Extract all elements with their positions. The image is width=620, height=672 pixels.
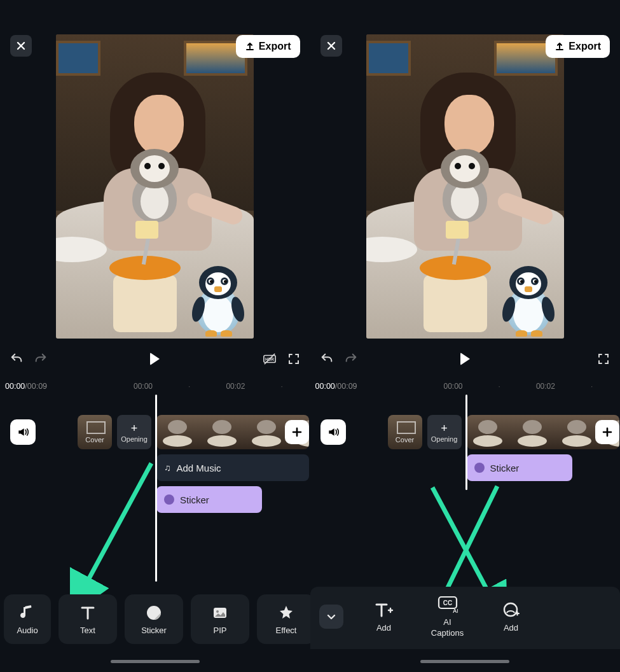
ruler-dot: · <box>591 382 593 391</box>
export-button[interactable]: Export <box>236 35 300 58</box>
fullscreen-button[interactable] <box>286 351 301 367</box>
hdr-off-icon: HDR <box>263 353 277 365</box>
text-add-icon <box>375 601 394 619</box>
video-preview[interactable] <box>366 34 564 339</box>
add-music-label: Add Music <box>177 463 221 473</box>
penguin-sticker[interactable] <box>189 266 247 335</box>
ruler-dot: · <box>188 382 190 391</box>
play-icon <box>460 353 470 365</box>
penguin-sticker[interactable] <box>499 266 558 335</box>
plus-icon: + <box>131 422 138 435</box>
pip-tool-icon <box>211 604 229 622</box>
close-button[interactable] <box>320 35 342 57</box>
time-current: 00:00 <box>315 382 335 391</box>
tool-text[interactable]: Text <box>59 594 117 644</box>
mute-button[interactable] <box>10 419 36 445</box>
redo-button[interactable] <box>343 351 359 367</box>
tool-audio[interactable]: Audio <box>4 594 51 644</box>
shape-add-icon <box>502 601 520 619</box>
opening-tile[interactable]: + Opening <box>427 415 462 449</box>
ruler-tick: 00:00 <box>134 382 153 391</box>
play-button[interactable] <box>457 351 472 367</box>
redo-button[interactable] <box>33 351 48 367</box>
video-preview[interactable] <box>56 34 254 339</box>
sticker-track-label: Sticker <box>180 494 209 505</box>
timeline-ruler[interactable]: 00:00 · 00:02 · 00:04 <box>371 382 621 391</box>
ruler-dot: · <box>499 382 500 391</box>
undo-icon <box>10 352 24 366</box>
timeline-ruler[interactable]: 00:00 · 00:02 · 00:04 <box>61 382 310 391</box>
svg-text:AI: AI <box>453 608 458 613</box>
tool-label-line1: AI <box>443 617 451 627</box>
plus-icon <box>602 426 613 438</box>
cover-tile[interactable]: Cover <box>78 415 112 449</box>
tool-add-shape[interactable]: Add <box>488 601 534 633</box>
fullscreen-icon <box>597 353 610 365</box>
topbar: Export <box>310 35 621 58</box>
play-button[interactable] <box>148 351 163 367</box>
svg-line-9 <box>440 486 497 603</box>
opening-tile[interactable]: + Opening <box>117 415 151 449</box>
upload-icon <box>245 41 255 52</box>
ruler-tick: 00:00 <box>444 382 463 391</box>
svg-point-7 <box>216 610 219 613</box>
text-tool-icon <box>79 604 97 622</box>
home-indicator <box>420 660 509 663</box>
music-note-icon: ♫ <box>164 463 171 473</box>
svg-line-8 <box>432 487 491 597</box>
undo-icon <box>320 352 334 366</box>
topbar: Export <box>0 35 310 58</box>
tool-label-line2: Captions <box>431 628 464 638</box>
svg-point-13 <box>504 603 517 616</box>
redo-icon <box>34 352 48 366</box>
tool-label: Text <box>80 626 95 635</box>
sticker-track[interactable]: Sticker <box>156 486 262 513</box>
time-total: 00:09 <box>27 382 47 391</box>
playhead[interactable] <box>465 395 467 490</box>
ruler-tick: 00:02 <box>226 382 245 391</box>
clip-strip[interactable] <box>156 415 309 449</box>
collapse-button[interactable] <box>319 605 343 629</box>
ruler-dot: · <box>280 382 282 391</box>
tool-label: PIP <box>214 626 227 635</box>
chevron-down-icon <box>326 611 337 622</box>
play-icon <box>150 353 160 365</box>
svg-rect-4 <box>25 605 32 608</box>
close-button[interactable] <box>10 35 32 57</box>
tool-label: Effect <box>275 626 296 635</box>
clip-strip[interactable] <box>467 415 619 449</box>
export-label: Export <box>568 41 601 52</box>
tool-label: Audio <box>17 626 38 635</box>
tool-pip[interactable]: PIP <box>191 594 249 644</box>
hdr-toggle-button[interactable]: HDR <box>262 351 277 367</box>
tool-sticker[interactable]: Sticker <box>125 594 183 644</box>
tool-tray: Audio Text Sticker PIP Effect <box>0 594 310 644</box>
add-clip-button[interactable] <box>595 420 619 444</box>
cc-ai-icon: CCAI <box>437 596 458 613</box>
playback-controls: HDR <box>0 346 310 372</box>
undo-button[interactable] <box>319 351 334 367</box>
sticker-tool-icon <box>145 604 163 622</box>
fullscreen-button[interactable] <box>596 351 611 367</box>
home-indicator <box>111 660 200 663</box>
tool-effect[interactable]: Effect <box>257 594 315 644</box>
upload-icon <box>555 41 565 52</box>
tool-ai-captions[interactable]: CCAI AI Captions <box>425 596 471 638</box>
editor-panel-left: Export <box>0 0 310 672</box>
ruler-tick: 00:02 <box>536 382 555 391</box>
sticker-track[interactable]: Sticker <box>467 454 572 481</box>
undo-button[interactable] <box>9 351 24 367</box>
speaker-icon <box>17 426 29 438</box>
tool-label: Add <box>376 623 391 633</box>
editor-panel-right: Export <box>310 0 621 672</box>
add-clip-button[interactable] <box>285 420 309 444</box>
export-button[interactable]: Export <box>546 35 610 58</box>
mute-button[interactable] <box>320 419 346 445</box>
cover-tile[interactable]: Cover <box>388 415 422 449</box>
tool-add-text[interactable]: Add <box>361 601 407 633</box>
playhead[interactable] <box>155 395 157 582</box>
add-music-track[interactable]: ♫ Add Music <box>156 454 309 481</box>
sticker-track-label: Sticker <box>490 463 520 473</box>
fullscreen-icon <box>287 353 300 365</box>
plus-icon <box>291 426 303 438</box>
